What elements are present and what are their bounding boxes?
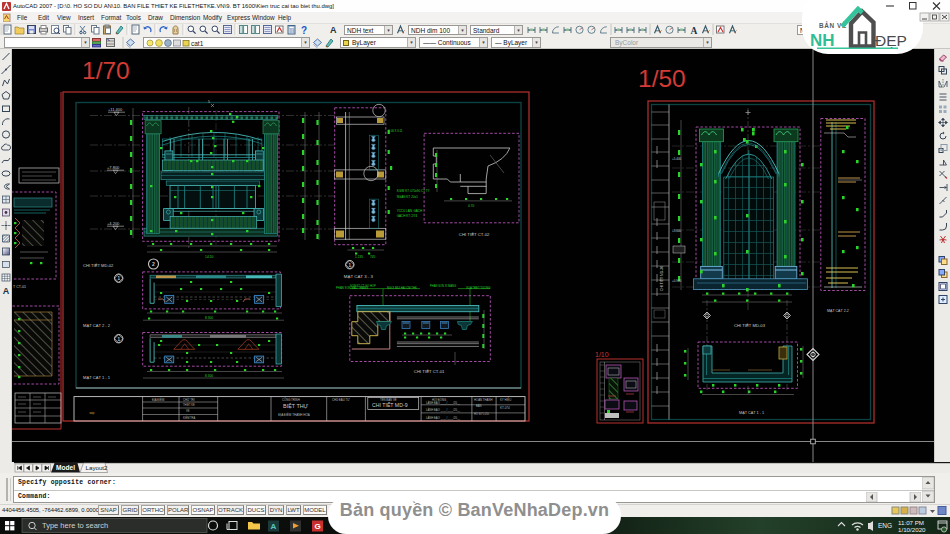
svg-text:4.70: 4.70 [468, 204, 474, 208]
svg-text:+3.600: +3.600 [672, 229, 682, 233]
svg-text:NH: NH [810, 31, 835, 50]
svg-text:MẶT CẮT 1 - 1: MẶT CẮT 1 - 1 [739, 410, 764, 415]
svg-text:11:07 PM: 11:07 PM [898, 519, 924, 526]
svg-text:T CT-01: T CT-01 [13, 285, 26, 289]
svg-text:HOÀN THÀNH: HOÀN THÀNH [474, 398, 492, 402]
svg-text:1/10/2020: 1/10/2020 [898, 526, 926, 533]
svg-text:A: A [271, 522, 277, 531]
svg-text:Layout2: Layout2 [86, 464, 109, 471]
svg-text:BIỆT THỰ: BIỆT THỰ [283, 402, 308, 409]
svg-text:1.135: 1.135 [355, 255, 363, 259]
svg-text:?: ? [301, 25, 307, 36]
svg-text:KG/M KT: 070x90 CT TY: KG/M KT: 070x90 CT TY [397, 189, 430, 193]
svg-text:wip: wip [89, 411, 94, 415]
svg-text:CHI TIẾT MD-03: CHI TIẾT MD-03 [734, 323, 766, 328]
svg-text:KT-074: KT-074 [500, 406, 510, 410]
svg-text:CHI TIẾT CT-01: CHI TIẾT CT-01 [414, 369, 445, 374]
svg-text:1/50: 1/50 [638, 65, 686, 92]
svg-text:ĐỊA ĐIỂM THANH HÓA: ĐỊA ĐIỂM THANH HÓA [278, 412, 310, 417]
svg-text:A: A [3, 286, 10, 296]
svg-text:8.300: 8.300 [205, 374, 213, 378]
svg-text:1/70: 1/70 [82, 57, 130, 84]
svg-text:ĐỊA ĐIỂM: ĐỊA ĐIỂM [152, 397, 165, 402]
svg-text:K.06 X 0.11: K.06 X 0.11 [388, 129, 403, 133]
svg-text:ENG: ENG [878, 522, 892, 529]
svg-text:YCCU LAN: GACH: YCCU LAN: GACH [397, 209, 423, 213]
svg-text:PHAN SON XI MANG: PHAN SON XI MANG [430, 284, 456, 288]
svg-text:NGAN KT: 20x1: NGAN KT: 20x1 [397, 195, 419, 199]
svg-text:CHI TIẾT MD-9: CHI TIẾT MD-9 [372, 402, 408, 408]
svg-text:CHỨ TRÌ: CHỨ TRÌ [183, 397, 195, 402]
svg-text:+4.200: +4.200 [107, 221, 120, 226]
svg-text:14.10: 14.10 [205, 255, 214, 259]
svg-text:+5.400: +5.400 [672, 157, 682, 161]
svg-text:CHI TIẾT MD-02: CHI TIẾT MD-02 [83, 263, 114, 268]
svg-text:G: G [315, 522, 321, 531]
svg-text:VUA TRET TUONG: VUA TRET TUONG [466, 286, 490, 290]
svg-text:5: 5 [208, 100, 210, 104]
svg-text:745: 745 [370, 255, 376, 259]
svg-text:A: A [690, 26, 697, 36]
svg-text:MẶT CẮT 2-2: MẶT CẮT 2-2 [827, 308, 849, 313]
svg-text:A: A [330, 25, 337, 35]
svg-text:SON KT CT GO HOP: SON KT CT GO HOP [350, 284, 376, 288]
svg-text:ĐẸP: ĐẸP [875, 32, 907, 49]
svg-text:8.300: 8.300 [205, 316, 213, 320]
svg-text:CHI TIẾT CT-02: CHI TIẾT CT-02 [459, 232, 490, 237]
svg-text:Type here to search: Type here to search [42, 521, 108, 530]
svg-text:NGOI MUI HAI CM THK: NGOI MUI HAI CM THK [387, 286, 417, 290]
svg-text:+7.800: +7.800 [107, 165, 120, 170]
svg-text:GACH KT: 2/74: GACH KT: 2/74 [397, 214, 418, 218]
svg-text:KÝ HIỆU: KÝ HIỆU [500, 397, 511, 402]
svg-text:1/10: 1/10 [595, 351, 609, 358]
svg-text:+11.400: +11.400 [108, 107, 123, 112]
svg-text:CHI TIẾT MD-30: CHI TIẾT MD-30 [659, 266, 664, 291]
svg-text:2: 2 [152, 261, 155, 267]
svg-text:MẶT CẮT 1 - 1: MẶT CẮT 1 - 1 [83, 375, 111, 380]
svg-text:MẶT CẮT 3 - 3: MẶT CẮT 3 - 3 [344, 274, 374, 279]
svg-text:CHỦ ĐẦU TƯ: CHỦ ĐẦU TƯ [332, 397, 350, 402]
svg-text:MẶT CẮT 2 - 2: MẶT CẮT 2 - 2 [83, 323, 111, 328]
svg-text:+0.900: +0.900 [672, 279, 682, 283]
svg-text:CÔNG TRÌNH: CÔNG TRÌNH [282, 397, 300, 402]
svg-text:Model: Model [56, 464, 75, 471]
